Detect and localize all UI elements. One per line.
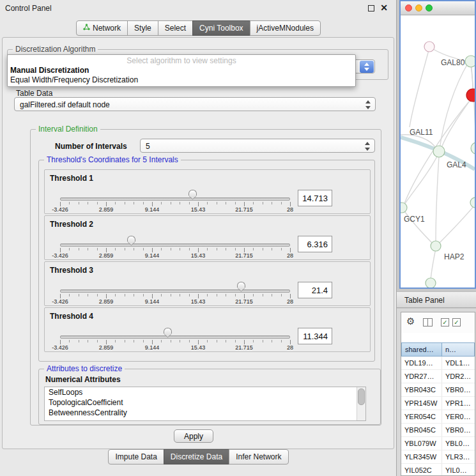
slider-track[interactable] [60,197,290,201]
top-tab-bar: NetworkStyleSelectCyni ToolboxjActiveMNo… [0,20,397,36]
list-item[interactable]: BetweennessCentrality [45,408,365,418]
combobox-stepper-icon[interactable] [360,61,374,73]
threshold-slider[interactable]: -3.4262.8599.14415.4321.71528 [60,216,290,261]
table-row[interactable]: YIL052C YIL0… [401,464,475,475]
threshold-value-field[interactable]: 11.344 [298,328,332,344]
node-label: GAL11 [410,128,433,137]
node-table: ⚙ ✓ ✓ shared… n… YDL19… YDL1… YDR27… YDR… [401,312,475,476]
threshold-value-field[interactable]: 6.316 [298,236,332,252]
table-data-combobox[interactable]: galFiltered.sif default node [14,97,376,111]
cell-shared-name: YLR345W [401,450,442,463]
tab-label: Cyni Toolbox [199,24,243,33]
threshold-row: Threshold 2 -3.4262.8599.14415.4321.7152… [44,215,371,260]
table-row[interactable]: YER054C YER0… [401,410,475,424]
combobox-arrows-icon[interactable] [364,141,371,151]
threshold-slider[interactable]: -3.4262.8599.14415.4321.71528 [60,170,290,215]
minimize-traffic-icon[interactable] [415,4,422,12]
network-node[interactable] [465,56,475,67]
show-columns-icon[interactable] [423,318,433,326]
apply-button[interactable]: Apply [174,429,213,443]
cell-shared-name: YBR043C [401,383,442,396]
column-header-name[interactable]: n… [442,342,475,357]
number-of-intervals-value: 5 [146,142,150,151]
table-row[interactable]: YBR043C YBR0… [401,383,475,397]
tab-infer-network[interactable]: Infer Network [229,449,288,464]
number-of-intervals-combobox[interactable]: 5 [140,139,375,153]
slider-thumb-icon[interactable] [127,236,135,242]
cell-name: YIL0… [442,464,475,475]
cyni-toolbox-panel: Discretization Algorithm Select algorith… [2,37,394,449]
tab-jactivemnodules[interactable]: jActiveMNodules [250,20,321,36]
cell-name: YLR3… [442,450,475,463]
network-node[interactable] [431,241,441,251]
gear-icon[interactable]: ⚙ [406,316,415,327]
threshold-slider[interactable]: -3.4262.8599.14415.4321.71528 [60,262,290,307]
network-node[interactable] [470,197,475,208]
column-header-shared-name[interactable]: shared… [401,342,442,357]
tab-label: Select [165,24,186,33]
table-data-value: galFiltered.sif default node [20,100,110,109]
algorithm-dropdown-popup: Select algorithm to view settings Manual… [7,54,356,87]
cell-shared-name: YIL052C [401,464,442,475]
close-icon[interactable]: ✕ [380,3,388,13]
tab-impute-data[interactable]: Impute Data [108,449,164,464]
network-node[interactable] [471,142,475,154]
threshold-value-field[interactable]: 21.4 [298,282,332,298]
list-item[interactable]: SelfLoops [45,387,365,397]
list-scrollbar[interactable] [357,387,365,420]
dropdown-option[interactable]: Equal Width/Frequency Discretization [8,75,355,85]
group-title-interval-definition: Interval Definition [36,125,100,134]
zoom-traffic-icon[interactable] [426,4,433,12]
tab-cyni-toolbox[interactable]: Cyni Toolbox [192,20,250,36]
slider-track[interactable] [60,243,290,247]
network-node[interactable] [424,42,434,52]
cell-name: YDR2… [442,370,475,383]
table-row[interactable]: YLR345W YLR3… [401,450,475,464]
tab-select[interactable]: Select [158,20,193,36]
tab-style[interactable]: Style [127,20,158,36]
tab-discretize-data[interactable]: Discretize Data [164,449,229,464]
network-node[interactable] [401,203,407,213]
network-node[interactable] [466,89,475,102]
control-panel-titlebar: Control Panel ✕ [0,0,396,17]
table-panel-header: Table Panel [397,291,476,308]
tab-label: Infer Network [236,452,281,461]
checkbox-icon[interactable]: ✓ [452,318,461,326]
node-label: GAL4 [447,160,466,169]
slider-track[interactable] [60,289,290,293]
slider-thumb-icon[interactable] [164,328,172,334]
table-row[interactable]: YPR145W YPR1… [401,397,475,410]
table-data-label: Table Data [16,89,52,98]
network-node[interactable] [426,278,436,288]
threshold-slider[interactable]: -3.4262.8599.14415.4321.71528 [60,308,290,353]
list-item[interactable]: TopologicalCoefficient [45,397,365,408]
slider-track[interactable] [60,335,290,339]
group-title-thresholds: Threshold's Coordinates for 5 Intervals [44,155,181,164]
threshold-value-field[interactable]: 14.713 [298,190,332,206]
tab-label: Impute Data [115,452,157,461]
close-traffic-icon[interactable] [405,4,412,12]
table-row[interactable]: YBR045C YBR0… [401,424,475,437]
table-row[interactable]: YDR27… YDR2… [401,370,475,383]
table-panel-body: ⚙ ✓ ✓ shared… n… YDL19… YDL1… YDR27… YDR… [397,309,476,476]
table-body: YDL19… YDL1… YDR27… YDR2… YBR043C YBR0… … [401,357,475,475]
checkbox-icon[interactable]: ✓ [441,318,449,326]
slider-thumb-icon[interactable] [237,282,245,288]
cell-shared-name: YPR145W [401,397,442,410]
table-row[interactable]: YBL079W YBL0… [401,437,475,450]
dropdown-placeholder: Select algorithm to view settings [8,56,355,66]
slider-thumb-icon[interactable] [188,190,197,196]
numerical-attributes-list[interactable]: SelfLoopsTopologicalCoefficientBetweenne… [44,387,366,421]
scrollbar-thumb[interactable] [358,388,365,405]
tab-label: Discretize Data [171,452,222,461]
node-label: HAP2 [444,252,464,261]
combobox-arrows-icon[interactable] [365,100,371,110]
cell-shared-name: YBR045C [401,424,442,436]
table-row[interactable]: YDL19… YDL1… [401,357,475,370]
network-canvas-svg[interactable]: GAL80GAL11GAL4GCY1HAP2 [401,15,475,288]
cell-name: YBL0… [442,437,475,450]
tab-network[interactable]: Network [76,20,128,36]
dropdown-option[interactable]: Manual Discretization [8,66,355,75]
float-window-icon[interactable] [368,5,374,12]
network-node[interactable] [433,146,445,157]
